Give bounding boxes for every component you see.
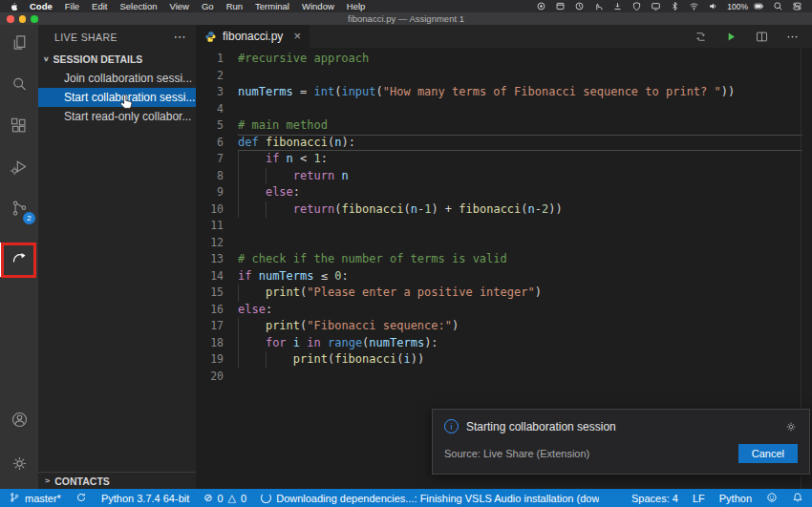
- menu-item-edit[interactable]: Edit: [92, 1, 107, 11]
- cancel-button[interactable]: Cancel: [738, 444, 798, 463]
- feedback-icon: [766, 492, 778, 505]
- code-line[interactable]: 13# check if the number of terms is vali…: [196, 251, 812, 268]
- code-line[interactable]: 5# main method: [196, 117, 812, 135]
- menu-item-view[interactable]: View: [170, 1, 189, 11]
- code-token: "How many terms of Fibonacci sequence to…: [383, 85, 721, 98]
- code-line[interactable]: 14if numTerms ≤ 0:: [196, 268, 812, 285]
- battery-icon[interactable]: [754, 1, 764, 11]
- sidebar-item[interactable]: Start collaboration sessi...: [38, 88, 196, 107]
- code-line[interactable]: 20: [196, 369, 812, 386]
- status-item-sync[interactable]: [75, 492, 87, 505]
- section-session-details[interactable]: ∨ SESSION DETAILS: [38, 49, 196, 69]
- display-icon[interactable]: [651, 1, 661, 11]
- line-number: 14: [196, 268, 238, 285]
- compare-changes-icon[interactable]: [694, 30, 708, 44]
- code-line[interactable]: 1#recursive approach: [196, 51, 812, 68]
- bluetooth-icon[interactable]: [670, 1, 680, 11]
- activity-item-explorer-icon[interactable]: [0, 27, 38, 61]
- split-editor-icon[interactable]: [755, 30, 769, 44]
- menu-item-help[interactable]: Help: [347, 1, 366, 11]
- spotlight-icon[interactable]: [773, 1, 783, 11]
- sidebar-item[interactable]: Start read-only collabor...: [38, 107, 196, 126]
- notification-gear-icon[interactable]: [784, 420, 798, 433]
- code-line[interactable]: 17 print("Fibonacci sequence:"): [196, 318, 812, 335]
- menu-item-run[interactable]: Run: [226, 1, 243, 11]
- window-title-bar[interactable]: fibonacci.py — Assignment 1: [0, 12, 812, 25]
- status-label: Python: [719, 493, 752, 504]
- code-line[interactable]: 9 else:: [196, 184, 812, 201]
- code-line[interactable]: 10 return(fibonacci(n-1) + fibonacci(n-2…: [196, 201, 812, 219]
- screen: CodeFileEditSelectionViewGoRunTerminalWi…: [0, 0, 812, 507]
- clock-icon[interactable]: [574, 1, 585, 11]
- code-line[interactable]: 6def fibonacci(n):: [196, 135, 812, 152]
- line-content: print("Please enter a positive integer"): [238, 285, 542, 302]
- code-line[interactable]: 8 return n: [196, 168, 812, 185]
- line-content: else:: [238, 184, 300, 201]
- zoom-window-button[interactable]: [31, 15, 38, 23]
- activity-item-settings-gear-icon[interactable]: [0, 448, 38, 482]
- run-icon[interactable]: [724, 30, 738, 44]
- status-item-feedback[interactable]: [766, 492, 778, 505]
- download-icon[interactable]: [612, 1, 623, 11]
- status-item-git-branch[interactable]: master*: [9, 492, 61, 505]
- window-manager-icon[interactable]: [555, 1, 566, 11]
- apple-menu-icon[interactable]: [10, 2, 18, 11]
- wifi-icon[interactable]: [689, 1, 699, 11]
- code-line[interactable]: 3numTerms = int(input("How many terms of…: [196, 84, 812, 101]
- status-item-notifications-bell[interactable]: [792, 492, 803, 505]
- line-number: 3: [196, 84, 238, 101]
- status-item-language-mode[interactable]: Python: [719, 493, 752, 504]
- line-number: 19: [196, 351, 238, 369]
- close-window-button[interactable]: [7, 15, 14, 23]
- activity-item-search-icon[interactable]: [0, 69, 38, 103]
- code-line[interactable]: 4: [196, 101, 812, 118]
- menu-status-icons: 100%: [536, 1, 802, 11]
- menu-item-terminal[interactable]: Terminal: [255, 1, 289, 11]
- activity-item-debug-icon[interactable]: [0, 151, 38, 185]
- code-line[interactable]: 11: [196, 218, 812, 235]
- status-item-task-progress[interactable]: Downloading dependencies...: Finishing V…: [261, 493, 599, 504]
- screen-recording-icon[interactable]: [536, 1, 546, 11]
- code-line[interactable]: 19 print(fibonacci(i)): [196, 351, 812, 369]
- activity-item-live-share-icon[interactable]: [0, 243, 38, 277]
- code-token: [259, 136, 266, 149]
- code-line[interactable]: 7 if n < 1:: [196, 151, 812, 168]
- code-token: [279, 152, 286, 165]
- code-line[interactable]: 18 for i in range(numTerms):: [196, 335, 812, 352]
- line-content: # main method: [238, 117, 328, 135]
- shield-icon[interactable]: [631, 1, 642, 11]
- minimize-window-button[interactable]: [19, 15, 27, 23]
- code-line[interactable]: 12: [196, 235, 812, 252]
- status-item-eol[interactable]: LF: [693, 493, 705, 504]
- more-actions-icon[interactable]: [785, 30, 800, 44]
- hand-icon[interactable]: [593, 1, 604, 11]
- status-label: LF: [693, 493, 705, 504]
- more-actions-icon[interactable]: ⋯: [174, 34, 186, 40]
- menu-item-file[interactable]: File: [65, 1, 79, 11]
- control-center-icon[interactable]: [792, 1, 802, 11]
- sidebar-item[interactable]: Join collaboration sessi...: [38, 69, 196, 88]
- volume-icon[interactable]: [708, 1, 718, 11]
- code-line[interactable]: 2: [196, 68, 812, 85]
- code-line[interactable]: 16else:: [196, 302, 812, 319]
- line-content: # check if the number of terms is valid: [238, 251, 507, 268]
- status-label: Spaces: 4: [631, 493, 678, 504]
- menu-item-window[interactable]: Window: [302, 1, 334, 11]
- activity-item-extensions-icon[interactable]: [0, 110, 38, 144]
- section-contacts[interactable]: > CONTACTS: [38, 472, 196, 489]
- menu-item-code[interactable]: Code: [30, 1, 53, 11]
- close-tab-icon[interactable]: ×: [293, 32, 301, 41]
- menu-item-selection[interactable]: Selection: [119, 1, 157, 11]
- activity-item-account-icon[interactable]: [0, 404, 38, 438]
- tab-fibonacci[interactable]: fibonacci.py ×: [196, 25, 310, 48]
- activity-item-source-control-icon[interactable]: 2: [0, 193, 38, 227]
- status-item-indentation[interactable]: Spaces: 4: [631, 493, 678, 504]
- status-item-problems[interactable]: ⊘0△0: [203, 493, 246, 504]
- code-token: :: [293, 185, 300, 199]
- code-line[interactable]: 15 print("Please enter a positive intege…: [196, 285, 812, 302]
- status-item-python-interpreter[interactable]: Python 3.7.4 64-bit: [101, 493, 189, 504]
- code-token: n: [287, 152, 293, 165]
- menu-item-go[interactable]: Go: [202, 1, 214, 11]
- line-content: for i in range(numTerms):: [238, 335, 438, 352]
- status-label: 0: [217, 493, 223, 504]
